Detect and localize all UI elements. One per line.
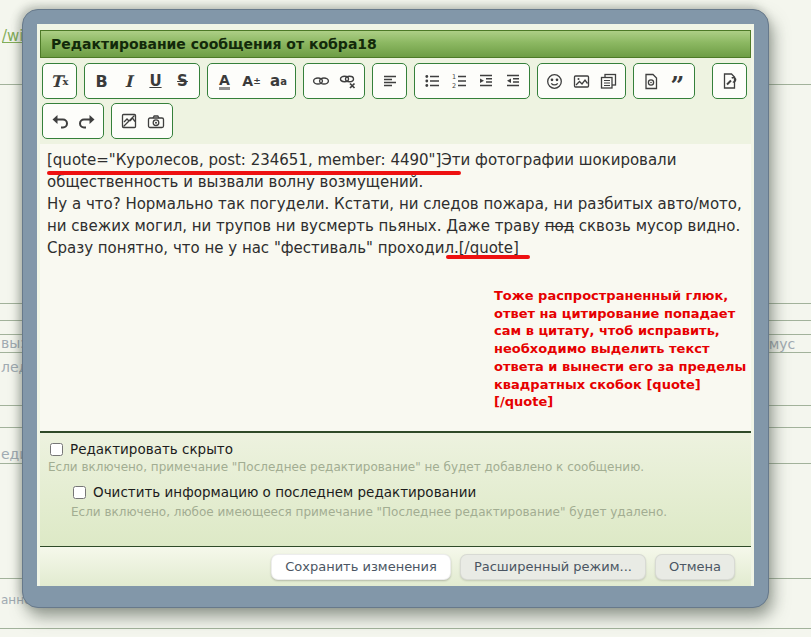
struck-text: под: [545, 217, 574, 235]
clear-edit-checkbox[interactable]: [73, 486, 86, 499]
silent-edit-checkbox[interactable]: [50, 443, 63, 456]
group-align: [372, 63, 407, 99]
silent-edit-option: Редактировать скрыто: [50, 441, 233, 457]
insert-image-icon[interactable]: [568, 66, 595, 96]
text-size-icon[interactable]: A±: [238, 66, 265, 96]
group-undo-redo: [42, 103, 104, 139]
font-family-icon[interactable]: aa: [265, 66, 292, 96]
drafts-icon[interactable]: [716, 66, 743, 96]
editor-toolbar: Tx B I U S A A± aa: [40, 58, 751, 144]
editor-line: Ну а что? Нормально так погудели. Кстати…: [47, 193, 744, 215]
edit-options-panel: Редактировать скрыто Если включено, прим…: [40, 433, 751, 546]
clear-edit-hint: Если включено, любое имеющееся примечани…: [71, 505, 667, 519]
svg-text:1: 1: [452, 73, 456, 81]
ordered-list-icon[interactable]: 12: [445, 66, 472, 96]
editor-line: Сразу понятно, что не у нас "фестиваль" …: [47, 237, 744, 259]
group-lists: 12: [414, 63, 530, 99]
red-underline-quote-close: [446, 255, 530, 259]
group-link: [303, 63, 365, 99]
annotation-note: Тоже распространенный глюк, ответ на цит…: [494, 287, 754, 411]
group-basic-format: B I U S: [84, 63, 200, 99]
clear-edit-label: Очистить информацию о последнем редактир…: [93, 484, 476, 500]
svg-text:2: 2: [452, 82, 456, 89]
underline-icon[interactable]: U: [142, 66, 169, 96]
clear-edit-option: Очистить информацию о последнем редактир…: [73, 484, 476, 500]
editor-line: ни свежих могил, ни трупов ни вусмерть п…: [47, 215, 744, 237]
undo-icon[interactable]: [46, 106, 73, 136]
insert-link-icon[interactable]: [307, 66, 334, 96]
dialog-content: Редактирование сообщения от кобра18 Tx B…: [37, 24, 754, 586]
editor-line: [quote="Куролесов, post: 234651, member:…: [47, 149, 744, 171]
group-drafts: [712, 63, 747, 99]
advanced-button[interactable]: Расширенный режим...: [460, 554, 646, 580]
insert-media-icon[interactable]: [595, 66, 622, 96]
remove-format-icon[interactable]: Tx: [46, 66, 73, 96]
alignment-icon[interactable]: [376, 66, 403, 96]
background-rule: [0, 628, 811, 629]
redo-icon[interactable]: [73, 106, 100, 136]
save-button[interactable]: Сохранить изменения: [271, 554, 451, 580]
message-editor[interactable]: [quote="Куролесов, post: 234651, member:…: [40, 144, 751, 431]
toolbar-row-2: [42, 103, 749, 139]
strikethrough-icon[interactable]: S: [169, 66, 196, 96]
dialog-title: Редактирование сообщения от кобра18: [40, 30, 751, 58]
outdent-icon[interactable]: [499, 66, 526, 96]
group-media: [537, 63, 626, 99]
camera-icon[interactable]: [142, 106, 169, 136]
unlink-icon[interactable]: [334, 66, 361, 96]
toolbar-row-1: Tx B I U S A A± aa: [42, 63, 749, 99]
unordered-list-icon[interactable]: [418, 66, 445, 96]
bold-icon[interactable]: B: [88, 66, 115, 96]
red-underline-quote-open: [47, 171, 461, 175]
group-bbcode-capture: [111, 103, 173, 139]
text-color-icon[interactable]: A: [211, 66, 238, 96]
quote-icon[interactable]: ”: [664, 66, 691, 96]
silent-edit-hint: Если включено, примечание "Последнее ред…: [48, 460, 644, 474]
group-remove-format: Tx: [42, 63, 77, 99]
group-code-quote: ”: [633, 63, 695, 99]
group-font: A A± aa: [207, 63, 296, 99]
italic-icon[interactable]: I: [115, 66, 142, 96]
dialog-button-bar: Сохранить изменения Расширенный режим...…: [40, 547, 751, 586]
indent-icon[interactable]: [472, 66, 499, 96]
silent-edit-label: Редактировать скрыто: [70, 441, 233, 457]
edit-message-dialog: Редактирование сообщения от кобра18 Tx B…: [22, 9, 769, 608]
code-icon[interactable]: [637, 66, 664, 96]
smilies-icon[interactable]: [541, 66, 568, 96]
disable-bbcode-icon[interactable]: [115, 106, 142, 136]
cancel-button[interactable]: Отмена: [655, 554, 735, 580]
